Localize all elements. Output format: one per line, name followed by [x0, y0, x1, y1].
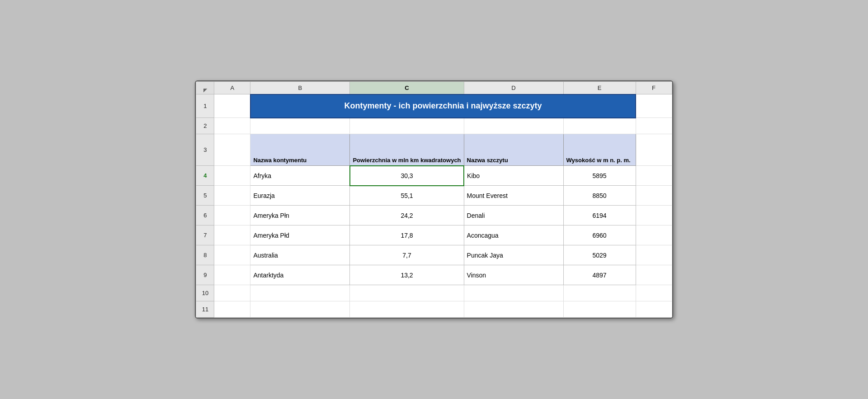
cell-d2[interactable]	[464, 118, 563, 134]
cell-b4-kontynent[interactable]: Afryka	[250, 166, 350, 186]
cell-e8-wysokosc[interactable]: 5029	[563, 245, 636, 265]
row-indicator-5: 5	[196, 186, 214, 206]
cell-f5[interactable]	[636, 186, 672, 206]
cell-a6[interactable]	[214, 206, 250, 225]
cell-d11[interactable]	[464, 301, 563, 318]
cell-a8[interactable]	[214, 245, 250, 265]
header-nazwa-szczytu[interactable]: Nazwa szczytu	[464, 134, 563, 166]
cell-f8[interactable]	[636, 245, 672, 265]
row-indicator-3: 3	[196, 134, 214, 166]
cell-f2[interactable]	[636, 118, 672, 134]
cell-c9-powierzchnia[interactable]: 13,2	[350, 265, 464, 285]
cell-e7-wysokosc[interactable]: 6960	[563, 225, 636, 245]
cell-c7-powierzchnia[interactable]: 17,8	[350, 225, 464, 245]
cell-c8-powierzchnia[interactable]: 7,7	[350, 245, 464, 265]
header-powierzchnia[interactable]: Powierzchnia w mln km kwadratowych	[350, 134, 464, 166]
cell-b5-kontynent[interactable]: Eurazja	[250, 186, 350, 206]
spreadsheet: ◤ A B C D E F 1 Kontymenty - ich powierz…	[195, 80, 673, 319]
cell-f4[interactable]	[636, 166, 672, 186]
cell-a7[interactable]	[214, 225, 250, 245]
cell-e2[interactable]	[563, 118, 636, 134]
cell-a1[interactable]	[214, 94, 250, 118]
corner-cell: ◤	[196, 82, 214, 94]
row-indicator-9: 9	[196, 265, 214, 285]
cell-c10[interactable]	[350, 285, 464, 301]
cell-d5-szczyt[interactable]: Mount Everest	[464, 186, 563, 206]
cell-c11[interactable]	[350, 301, 464, 318]
col-header-e[interactable]: E	[563, 82, 636, 94]
col-header-a[interactable]: A	[214, 82, 250, 94]
cell-e11[interactable]	[563, 301, 636, 318]
cell-b2[interactable]	[250, 118, 350, 134]
row-indicator-1: 1	[196, 94, 214, 118]
cell-c2[interactable]	[350, 118, 464, 134]
header-nazwa-kontymentu[interactable]: Nazwa kontymentu	[250, 134, 350, 166]
cell-b9-kontynent[interactable]: Antarktyda	[250, 265, 350, 285]
cell-a10[interactable]	[214, 285, 250, 301]
row-indicator-4: 4	[196, 166, 214, 186]
cell-d8-szczyt[interactable]: Puncak Jaya	[464, 245, 563, 265]
cell-b7-kontynent[interactable]: Ameryka Płd	[250, 225, 350, 245]
row-indicator-2: 2	[196, 118, 214, 134]
cell-c6-powierzchnia[interactable]: 24,2	[350, 206, 464, 225]
cell-a5[interactable]	[214, 186, 250, 206]
row-indicator-6: 6	[196, 206, 214, 225]
col-header-c[interactable]: C	[350, 82, 464, 94]
cell-f6[interactable]	[636, 206, 672, 225]
cell-a9[interactable]	[214, 265, 250, 285]
cell-f3[interactable]	[636, 134, 672, 166]
cell-b10[interactable]	[250, 285, 350, 301]
cell-c5-powierzchnia[interactable]: 55,1	[350, 186, 464, 206]
cell-f10[interactable]	[636, 285, 672, 301]
cell-f9[interactable]	[636, 265, 672, 285]
cell-a4[interactable]	[214, 166, 250, 186]
cell-e4-wysokosc[interactable]: 5895	[563, 166, 636, 186]
cell-b6-kontynent[interactable]: Ameryka Płn	[250, 206, 350, 225]
row-indicator-10: 10	[196, 285, 214, 301]
cell-b11[interactable]	[250, 301, 350, 318]
cell-d6-szczyt[interactable]: Denali	[464, 206, 563, 225]
header-wysokosc[interactable]: Wysokość w m n. p. m.	[563, 134, 636, 166]
cell-f1[interactable]	[636, 94, 672, 118]
cell-e5-wysokosc[interactable]: 8850	[563, 186, 636, 206]
cell-c4-powierzchnia[interactable]: 30,3	[350, 166, 464, 186]
cell-d9-szczyt[interactable]: Vinson	[464, 265, 563, 285]
col-header-b[interactable]: B	[250, 82, 350, 94]
col-header-d[interactable]: D	[464, 82, 563, 94]
cell-a3[interactable]	[214, 134, 250, 166]
cell-e6-wysokosc[interactable]: 6194	[563, 206, 636, 225]
col-header-f[interactable]: F	[636, 82, 672, 94]
cell-d7-szczyt[interactable]: Aconcagua	[464, 225, 563, 245]
cell-e9-wysokosc[interactable]: 4897	[563, 265, 636, 285]
cell-f7[interactable]	[636, 225, 672, 245]
cell-d4-szczyt[interactable]: Kibo	[464, 166, 563, 186]
cell-b8-kontynent[interactable]: Australia	[250, 245, 350, 265]
row-indicator-8: 8	[196, 245, 214, 265]
cell-f11[interactable]	[636, 301, 672, 318]
row-indicator-7: 7	[196, 225, 214, 245]
cell-title[interactable]: Kontymenty - ich powierzchnia i najwyższ…	[250, 94, 636, 118]
cell-d10[interactable]	[464, 285, 563, 301]
cell-e10[interactable]	[563, 285, 636, 301]
cell-a2[interactable]	[214, 118, 250, 134]
cell-a11[interactable]	[214, 301, 250, 318]
row-indicator-11: 11	[196, 301, 214, 318]
